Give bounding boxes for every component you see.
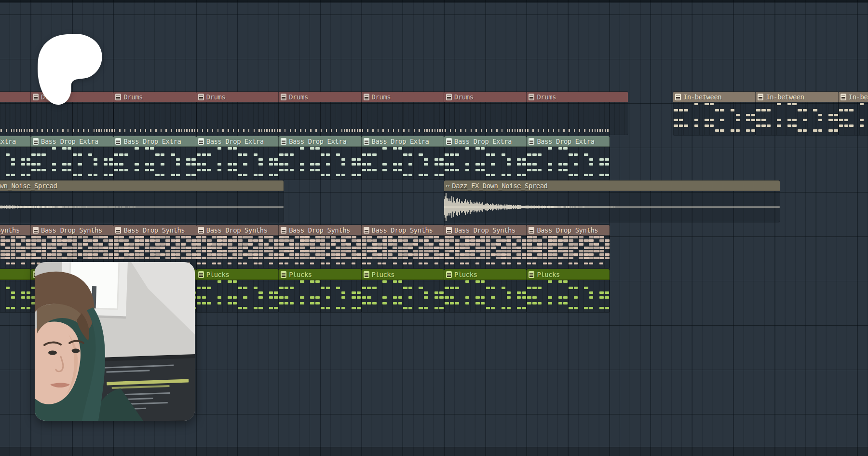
clip-label: Bass Drop Extra [123, 138, 181, 145]
clip-label: Bass Drop Synths [454, 226, 515, 234]
clip-header[interactable]: Bass Drop Synths [279, 225, 361, 235]
clip-bass-drop-synths[interactable]: Bass Drop Synths [527, 225, 609, 268]
grid-top-line [0, 0, 868, 2]
pattern-clip-icon [281, 227, 286, 234]
clip-notes [196, 280, 279, 312]
clip-label: In-between [683, 93, 721, 101]
clip-bass-drop-extra[interactable]: Bass Drop Extra [362, 136, 444, 180]
clip-header[interactable]: Plucks [444, 269, 527, 280]
clip-bass-drop-synths[interactable]: Bass Drop Synths [279, 225, 361, 268]
clip-header[interactable]: Bass Drop Synths [31, 225, 113, 235]
clip-header[interactable]: Plucks [0, 269, 31, 280]
clip-header[interactable]: Bass Drop Extra [279, 136, 361, 147]
clip-notes [527, 102, 628, 135]
clip-header[interactable]: Plucks [279, 269, 361, 280]
clip-notes [444, 102, 527, 135]
clip-bass-drop-synths[interactable]: Bass Drop Synths [196, 225, 279, 268]
clip-header[interactable]: In-between [673, 92, 756, 102]
clip-label: Drums [372, 93, 391, 101]
pattern-clip-icon [115, 94, 121, 100]
clip-label: Dazz_FX_Down_Noise_Spread [452, 182, 547, 190]
clip-notes [196, 102, 279, 135]
eye-right [72, 349, 80, 353]
clip-header[interactable]: Bass Drop Extra [0, 136, 31, 147]
clip-dazz-fx[interactable]: ↦Dazz_FX_Down_Noise_Spread [444, 180, 780, 222]
clip-drums[interactable]: Drums [196, 92, 279, 135]
eye-left [48, 351, 57, 355]
clip-header[interactable]: Drums [527, 92, 628, 102]
playlist-grid[interactable]: DrumsDrumsDrumsDrumsDrumsDrumsDrumsDrums… [0, 0, 868, 456]
clip-inbetween[interactable]: In-between [673, 92, 756, 135]
clip-bass-drop-extra[interactable]: Bass Drop Extra [0, 136, 31, 180]
clip-notes [444, 191, 780, 222]
clip-plucks[interactable]: Plucks [444, 269, 527, 312]
clip-drums[interactable]: Drums [527, 92, 628, 135]
clip-header[interactable]: Drums [279, 92, 361, 102]
clip-header[interactable]: Drums [0, 92, 31, 102]
clip-header[interactable]: Plucks [527, 269, 609, 280]
clip-header[interactable]: Bass Drop Extra [444, 136, 527, 147]
clip-plucks[interactable]: Plucks [0, 269, 31, 312]
clip-plucks[interactable]: Plucks [527, 269, 609, 312]
clip-dazz-fx[interactable]: ↦Dazz_FX_Down_Noise_Spread [0, 180, 284, 222]
clip-drums[interactable]: Drums [362, 92, 444, 135]
clip-label: Plucks [206, 271, 230, 278]
clip-header[interactable]: Bass Drop Synths [527, 225, 609, 235]
clip-bass-drop-extra[interactable]: Bass Drop Extra [196, 136, 279, 180]
clip-bass-drop-extra[interactable]: Bass Drop Extra [444, 136, 527, 180]
clip-header[interactable]: Plucks [196, 269, 279, 280]
grid-bottom-strip [0, 447, 868, 456]
clip-drums[interactable]: Drums [113, 92, 196, 135]
clip-bass-drop-extra[interactable]: Bass Drop Extra [31, 136, 113, 180]
clip-header[interactable]: Bass Drop Synths [444, 225, 527, 235]
clip-label: Plucks [454, 271, 477, 278]
pattern-clip-icon [281, 94, 286, 100]
clip-header[interactable]: Bass Drop Synths [196, 225, 279, 235]
clip-header[interactable]: Bass Drop Extra [362, 136, 444, 147]
clip-header[interactable]: Drums [444, 92, 527, 102]
clip-header[interactable]: Drums [196, 92, 279, 102]
clip-drums[interactable]: Drums [444, 92, 527, 135]
clip-header[interactable]: Plucks [362, 269, 444, 280]
clip-bass-drop-synths[interactable]: Bass Drop Synths [444, 225, 527, 268]
clip-plucks[interactable]: Plucks [196, 269, 279, 312]
clip-label: In-between [766, 93, 804, 101]
clip-bass-drop-synths[interactable]: Bass Drop Synths [0, 225, 31, 268]
clip-drums[interactable]: Drums [0, 92, 31, 135]
clip-header[interactable]: ↦Dazz_FX_Down_Noise_Spread [0, 180, 284, 191]
clip-label: Bass Drop Synths [0, 226, 20, 234]
clip-bass-drop-extra[interactable]: Bass Drop Extra [113, 136, 196, 180]
clip-header[interactable]: ↦Dazz_FX_Down_Noise_Spread [444, 180, 780, 191]
clip-header[interactable]: Bass Drop Extra [31, 136, 113, 147]
clip-label: Plucks [289, 271, 312, 278]
clip-drums[interactable]: Drums [279, 92, 361, 135]
clip-header[interactable]: Bass Drop Synths [362, 225, 444, 235]
pattern-clip-icon [198, 271, 204, 278]
pattern-clip-icon [198, 138, 204, 145]
clip-header[interactable]: In-between [756, 92, 838, 102]
clip-plucks[interactable]: Plucks [362, 269, 444, 312]
clip-bass-drop-extra[interactable]: Bass Drop Extra [279, 136, 361, 180]
clip-header[interactable]: Drums [362, 92, 444, 102]
pattern-clip-icon [446, 271, 452, 278]
clip-label: Drums [123, 93, 143, 101]
clip-label: Bass Drop Synths [372, 226, 433, 234]
clip-bass-drop-extra[interactable]: Bass Drop Extra [527, 136, 609, 180]
clip-header[interactable]: Bass Drop Synths [0, 225, 31, 235]
clip-header[interactable]: In-between [839, 92, 868, 102]
clip-header[interactable]: Bass Drop Extra [196, 136, 279, 147]
clip-notes [444, 280, 527, 312]
clip-inbetween[interactable]: In-between [756, 92, 838, 135]
clip-notes [444, 147, 527, 180]
clip-header[interactable]: Drums [113, 92, 196, 102]
clip-header[interactable]: Bass Drop Extra [527, 136, 609, 147]
clip-header[interactable]: Bass Drop Extra [113, 136, 196, 147]
clip-header[interactable]: Bass Drop Synths [113, 225, 196, 235]
clip-plucks[interactable]: Plucks [279, 269, 361, 312]
clip-label: Bass Drop Extra [41, 138, 98, 145]
clip-notes [0, 147, 31, 180]
clip-inbetween[interactable]: In-between [839, 92, 868, 135]
clip-notes [0, 280, 31, 312]
clip-bass-drop-synths[interactable]: Bass Drop Synths [362, 225, 444, 268]
clip-notes [756, 102, 838, 135]
